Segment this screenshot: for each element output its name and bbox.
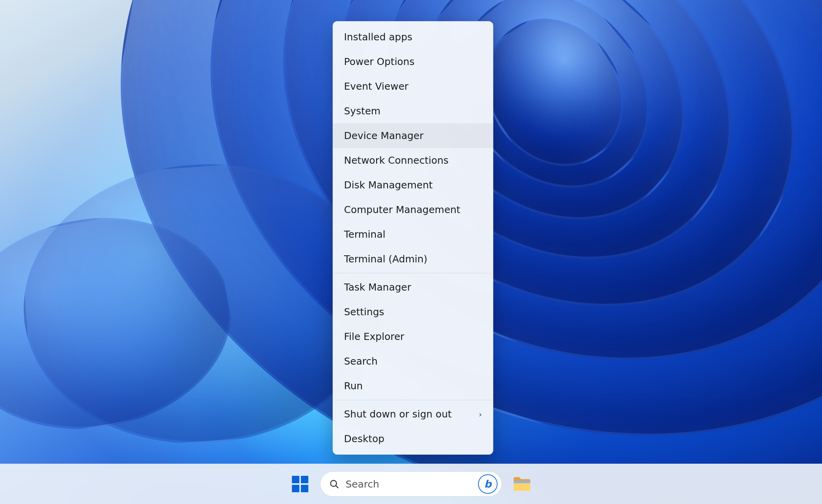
menu-item-label: Power Options (344, 56, 415, 67)
menu-item-run[interactable]: Run (333, 374, 493, 398)
menu-item-label: Settings (344, 306, 384, 318)
menu-item-computer-management[interactable]: Computer Management (333, 197, 493, 222)
menu-item-settings[interactable]: Settings (333, 300, 493, 324)
menu-item-label: Installed apps (344, 31, 413, 43)
chevron-right-icon: › (479, 410, 482, 419)
menu-separator (334, 273, 492, 273)
menu-item-task-manager[interactable]: Task Manager (333, 275, 493, 300)
menu-item-desktop[interactable]: Desktop (333, 426, 493, 451)
taskbar-search[interactable]: Search b (320, 471, 502, 497)
menu-item-device-manager[interactable]: Device Manager (333, 123, 493, 148)
menu-item-label: Shut down or sign out (344, 408, 452, 420)
windows-logo-icon (292, 476, 308, 492)
menu-item-label: Terminal (344, 229, 386, 240)
menu-item-label: File Explorer (344, 331, 404, 342)
menu-item-shut-down-or-sign-out[interactable]: Shut down or sign out› (333, 402, 493, 426)
search-placeholder: Search (346, 479, 472, 490)
menu-item-terminal-admin[interactable]: Terminal (Admin) (333, 247, 493, 271)
menu-item-system[interactable]: System (333, 99, 493, 123)
menu-item-label: Run (344, 380, 363, 392)
menu-item-label: Task Manager (344, 282, 411, 293)
menu-item-label: Network Connections (344, 155, 449, 166)
menu-item-label: System (344, 105, 380, 117)
menu-item-label: Terminal (Admin) (344, 253, 427, 265)
start-button[interactable] (287, 471, 313, 497)
menu-item-terminal[interactable]: Terminal (333, 222, 493, 247)
menu-item-label: Disk Management (344, 179, 433, 191)
search-icon (329, 479, 339, 489)
file-explorer-icon (513, 476, 531, 492)
svg-line-1 (336, 486, 338, 488)
menu-item-label: Search (344, 356, 378, 367)
winx-context-menu: Installed appsPower OptionsEvent ViewerS… (333, 21, 493, 455)
menu-item-label: Computer Management (344, 204, 460, 215)
menu-item-label: Device Manager (344, 130, 424, 141)
bing-chat-icon[interactable]: b (478, 474, 498, 494)
menu-item-label: Desktop (344, 433, 384, 444)
menu-item-power-options[interactable]: Power Options (333, 49, 493, 74)
menu-item-disk-management[interactable]: Disk Management (333, 173, 493, 197)
menu-item-network-connections[interactable]: Network Connections (333, 148, 493, 173)
menu-item-label: Event Viewer (344, 81, 409, 92)
taskbar: Search b (0, 464, 822, 504)
menu-separator (334, 400, 492, 400)
menu-item-file-explorer[interactable]: File Explorer (333, 324, 493, 349)
svg-rect-3 (514, 481, 530, 483)
menu-item-installed-apps[interactable]: Installed apps (333, 25, 493, 49)
menu-item-search[interactable]: Search (333, 349, 493, 374)
file-explorer-taskbar-button[interactable] (509, 471, 535, 497)
menu-item-event-viewer[interactable]: Event Viewer (333, 74, 493, 99)
